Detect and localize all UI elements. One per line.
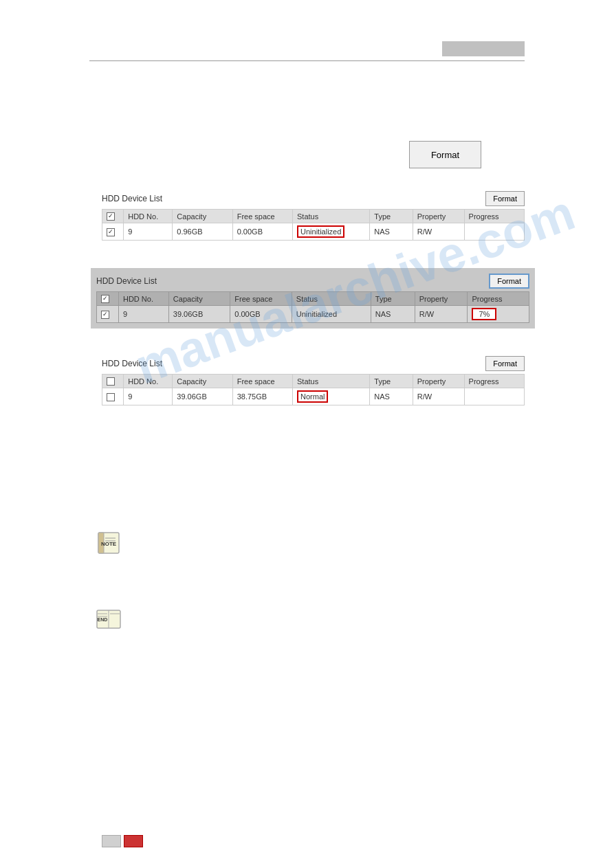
row1-hddno: 9 [124,223,173,241]
progress-badge: 7% [472,308,496,320]
header-checkbox-1[interactable] [107,212,115,221]
end-icon: END [95,605,122,632]
header-checkbox-2[interactable] [101,295,109,303]
row3-progress [464,388,524,405]
bottom-pagination [102,835,143,847]
page-btn-current [124,835,143,847]
row3-checkbox[interactable] [107,393,115,401]
row1-check [102,223,124,241]
section2-format-button[interactable]: Format [489,274,529,289]
col-freespace-3: Free space [232,375,292,388]
col-freespace-1: Free space [232,210,292,223]
section2-title: HDD Device List [96,276,157,286]
row3-property: R/W [413,388,464,405]
hdd-section-1: HDD Device List Format HDD No. Capacity … [102,191,525,241]
page-btn-prev [102,835,121,847]
table-row: 9 0.96GB 0.00GB Uninitialized NAS R/W [102,223,525,241]
col-capacity-3: Capacity [173,375,232,388]
row3-hddno: 9 [124,388,173,405]
row1-checkbox[interactable] [107,228,115,236]
row2-property: R/W [415,306,468,323]
section3-table-header-row: HDD No. Capacity Free space Status Type … [102,375,525,388]
row1-freespace: 0.00GB [232,223,292,241]
col-status-1: Status [293,210,370,223]
section1-header: HDD Device List Format [102,191,525,206]
col-capacity-1: Capacity [173,210,232,223]
col-progress-3: Progress [464,375,524,388]
row1-type: NAS [370,223,413,241]
col-property-2: Property [415,292,468,306]
col-type-1: Type [370,210,413,223]
row3-status: Normal [293,388,370,405]
format-button-top[interactable]: Format [409,141,481,168]
header-checkbox-3[interactable] [107,377,115,386]
top-rule [89,60,525,61]
col-type-2: Type [371,292,415,306]
col-capacity-2: Capacity [168,292,230,306]
note-icon: NOTE [95,529,122,557]
col-status-2: Status [292,292,371,306]
row3-freespace: 38.75GB [232,388,292,405]
row1-status: Uninitialized [293,223,370,241]
status-badge-uninitialized: Uninitialized [297,225,344,238]
row3-capacity: 39.06GB [173,388,232,405]
svg-text:END: END [98,617,108,622]
section1-table-header-row: HDD No. Capacity Free space Status Type … [102,210,525,223]
col-status-3: Status [293,375,370,388]
col-property-1: Property [413,210,464,223]
table-row: 9 39.06GB 0.00GB Uninitialized NAS R/W 7… [97,306,529,323]
section1-table: HDD No. Capacity Free space Status Type … [102,209,525,241]
col-hddno-1: HDD No. [124,210,173,223]
row2-status: Uninitialized [292,306,371,323]
col-type-3: Type [370,375,413,388]
col-check-3 [102,375,124,388]
row2-freespace: 0.00GB [230,306,292,323]
row2-type: NAS [371,306,415,323]
row2-check [97,306,119,323]
row3-check [102,388,124,405]
section2-table: HDD No. Capacity Free space Status Type … [96,291,529,323]
col-property-3: Property [413,375,464,388]
section2-header: HDD Device List Format [96,274,529,289]
section3-title: HDD Device List [102,359,162,368]
section3-table: HDD No. Capacity Free space Status Type … [102,374,525,405]
top-bar [442,41,525,56]
section2-table-header-row: HDD No. Capacity Free space Status Type … [97,292,529,306]
page-container: Format HDD Device List Format HDD No. Ca… [0,0,614,868]
row1-capacity: 0.96GB [173,223,232,241]
col-check-1 [102,210,124,223]
col-hddno-3: HDD No. [124,375,173,388]
status-badge-normal: Normal [297,390,328,403]
row3-type: NAS [370,388,413,405]
svg-text:NOTE: NOTE [101,541,117,547]
row1-progress [464,223,524,241]
row1-property: R/W [413,223,464,241]
col-hddno-2: HDD No. [118,292,168,306]
col-check-2 [97,292,119,306]
table-row: 9 39.06GB 38.75GB Normal NAS R/W [102,388,525,405]
section3-format-button[interactable]: Format [485,356,525,371]
col-freespace-2: Free space [230,292,292,306]
hdd-section-3: HDD Device List Format HDD No. Capacity … [102,356,525,405]
section3-header: HDD Device List Format [102,356,525,371]
col-progress-2: Progress [468,292,529,306]
row2-progress: 7% [468,306,529,323]
section1-title: HDD Device List [102,194,162,203]
row2-capacity: 39.06GB [168,306,230,323]
hdd-section-2: HDD Device List Format HDD No. Capacity … [91,268,535,329]
col-progress-1: Progress [464,210,524,223]
section1-format-button[interactable]: Format [485,191,525,206]
row2-hddno: 9 [118,306,168,323]
row2-checkbox[interactable] [101,311,109,319]
